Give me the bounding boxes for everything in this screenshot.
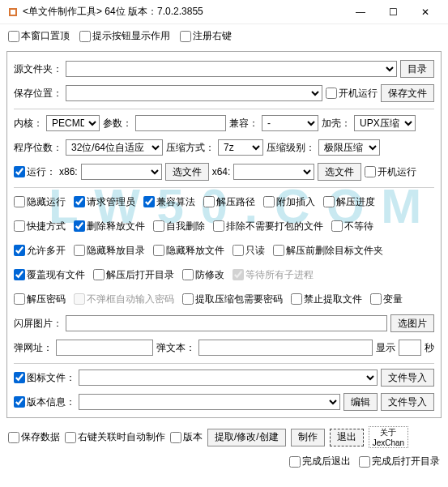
popup-sec-suffix: 秒 (425, 341, 434, 355)
icon-file-select[interactable] (79, 370, 378, 386)
bits-label: 程序位数： (14, 141, 62, 155)
bottom-bar-2: 完成后退出 完成后打开目录 (0, 453, 448, 475)
icon-file-checkbox[interactable]: 图标文件： (14, 371, 75, 385)
opt-forbid-extract[interactable]: 禁止提取文件 (291, 293, 362, 306)
param-label: 参数： (103, 117, 132, 130)
save-data-checkbox[interactable]: 保存数据 (8, 430, 60, 444)
version-info-select[interactable] (79, 394, 340, 410)
window-title: <单文件制作工具> 64位 版本：7.0.2.3855 (23, 5, 344, 19)
version-edit-button[interactable]: 编辑 (343, 393, 378, 411)
svg-rect-1 (11, 10, 15, 15)
opt-open-after[interactable]: 解压后打开目录 (93, 268, 174, 282)
opt-variable[interactable]: 变量 (370, 293, 403, 306)
title-bar: <单文件制作工具> 64位 版本：7.0.2.3855 — ☐ ✕ (0, 0, 448, 24)
main-panel: 源文件夹： 目录 保存位置： 开机运行 保存文件 内核： PECMD 参数： 兼… (6, 51, 442, 418)
save-file-button[interactable]: 保存文件 (381, 84, 434, 102)
opt-exclude-files[interactable]: 排除不需要打包的文件 (213, 220, 323, 233)
x64-selectfile-button[interactable]: 选文件 (318, 163, 361, 181)
source-folder-select[interactable] (66, 61, 397, 77)
x64-select[interactable] (233, 164, 314, 180)
bits-select[interactable]: 32位/64位自适应 (66, 139, 163, 156)
opt-extract-pwd[interactable]: 解压密码 (14, 293, 66, 306)
level-select[interactable]: 极限压缩 (318, 139, 380, 156)
opt-hide-rel-dir[interactable]: 隐藏释放目录 (74, 244, 145, 258)
opt-need-pwd[interactable]: 提取压缩包需要密码 (182, 293, 283, 306)
opt-del-before[interactable]: 解压前删除目标文件夹 (273, 244, 383, 258)
run-boot-checkbox[interactable]: 开机运行 (365, 165, 416, 179)
version-import-button[interactable]: 文件导入 (381, 393, 434, 411)
opt-extract-progress[interactable]: 解压进度 (323, 195, 375, 209)
x64-label: x64: (212, 166, 231, 177)
icon-import-button[interactable]: 文件导入 (381, 369, 434, 387)
bottom-bar: 保存数据 右键关联时自动制作 版本 提取/修改/创建 制作 退出 关于JexCh… (0, 421, 448, 453)
exit-button[interactable]: 退出 (330, 429, 364, 446)
version-info-checkbox[interactable]: 版本信息： (14, 395, 75, 409)
close-button[interactable]: ✕ (409, 6, 442, 18)
run-checkbox[interactable]: 运行： (14, 165, 56, 179)
popup-text-input[interactable] (198, 340, 373, 356)
minimize-button[interactable]: — (344, 6, 377, 18)
app-icon (6, 6, 19, 19)
x86-label: x86: (59, 166, 78, 177)
kernel-label: 内核： (14, 117, 43, 130)
shell-select[interactable]: UPX压缩 (354, 115, 416, 131)
about-button[interactable]: 关于JexChan (369, 426, 408, 448)
opt-allow-multi[interactable]: 允许多开 (14, 244, 66, 258)
param-input[interactable] (135, 115, 226, 131)
opt-overwrite[interactable]: 覆盖现有文件 (14, 268, 85, 282)
version-checkbox[interactable]: 版本 (170, 430, 203, 444)
kernel-select[interactable]: PECMD (46, 115, 100, 131)
boot-run-checkbox[interactable]: 开机运行 (326, 87, 378, 100)
x86-selectfile-button[interactable]: 选文件 (165, 163, 209, 181)
compat-label: 兼容： (229, 117, 258, 130)
opt-no-wait[interactable]: 不等待 (331, 220, 373, 233)
opt-hide-run[interactable]: 隐藏运行 (14, 195, 66, 209)
flash-browse-button[interactable]: 选图片 (390, 314, 434, 332)
shell-label: 加壳： (322, 117, 351, 130)
opt-extract-path[interactable]: 解压路径 (203, 195, 255, 209)
save-pos-label: 保存位置： (14, 87, 62, 100)
register-right-checkbox[interactable]: 注册右键 (180, 29, 232, 43)
popup-seconds-input[interactable] (399, 340, 421, 356)
popup-text-label: 弹文本： (156, 341, 195, 355)
flash-input[interactable] (66, 315, 387, 331)
pin-window-checkbox[interactable]: 本窗口置顶 (8, 29, 70, 43)
source-folder-browse-button[interactable]: 目录 (400, 60, 434, 78)
flash-label: 闪屏图片： (14, 317, 62, 331)
opt-append-insert[interactable]: 附加插入 (263, 195, 315, 209)
compat-select[interactable]: - (262, 115, 318, 131)
opt-req-admin[interactable]: 请求管理员 (74, 195, 135, 209)
opt-compat-algo[interactable]: 兼容算法 (143, 195, 195, 209)
opt-wait-children: 等待所有子进程 (233, 268, 314, 282)
level-label: 压缩级别： (267, 141, 315, 155)
maximize-button[interactable]: ☐ (377, 6, 409, 18)
popup-url-input[interactable] (56, 340, 153, 356)
hint-buttons-checkbox[interactable]: 提示按钮显示作用 (79, 29, 170, 43)
x86-select[interactable] (81, 164, 162, 180)
extract-modify-button[interactable]: 提取/修改/创建 (207, 429, 286, 446)
opt-auto-pwd: 不弹框自动输入密码 (74, 293, 174, 306)
make-button[interactable]: 制作 (291, 429, 325, 446)
compress-select[interactable]: 7z (218, 139, 263, 156)
compress-label: 压缩方式： (166, 141, 215, 155)
exit-after-checkbox[interactable]: 完成后退出 (289, 455, 351, 468)
opt-anti-mod[interactable]: 防修改 (182, 268, 224, 282)
opt-shortcut[interactable]: 快捷方式 (14, 220, 66, 233)
top-options: 本窗口置顶 提示按钮显示作用 注册右键 (0, 24, 448, 48)
source-folder-label: 源文件夹： (14, 62, 62, 76)
opt-del-release[interactable]: 删除释放文件 (74, 220, 145, 233)
opt-hide-rel-file[interactable]: 隐藏释放文件 (153, 244, 224, 258)
popup-url-label: 弹网址： (14, 341, 53, 355)
opt-self-delete[interactable]: 自我删除 (153, 220, 205, 233)
popup-show-label: 显示 (376, 341, 395, 355)
open-after-checkbox[interactable]: 完成后打开目录 (359, 455, 440, 468)
save-pos-select[interactable] (66, 85, 322, 101)
right-auto-checkbox[interactable]: 右键关联时自动制作 (65, 430, 165, 444)
opt-readonly[interactable]: 只读 (233, 244, 265, 258)
